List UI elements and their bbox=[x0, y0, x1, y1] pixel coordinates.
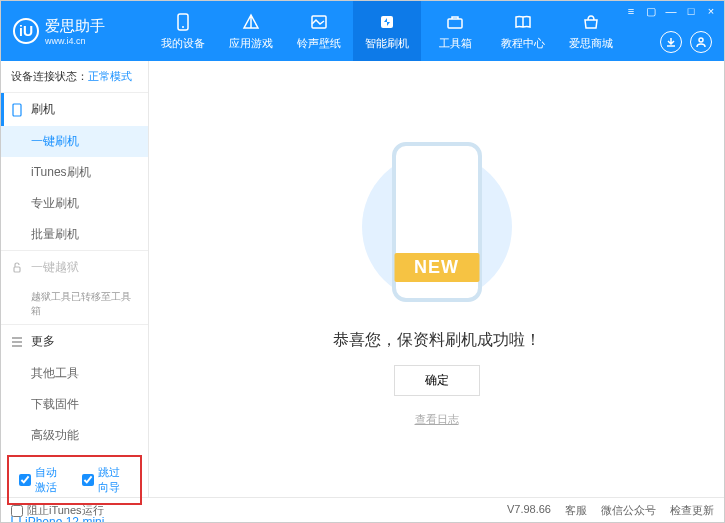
sidebar-item-itunes[interactable]: iTunes刷机 bbox=[1, 157, 148, 188]
store-icon bbox=[581, 12, 601, 32]
nav-store[interactable]: 爱思商城 bbox=[557, 1, 625, 61]
nav-flash[interactable]: 智能刷机 bbox=[353, 1, 421, 61]
nav-tutorials[interactable]: 教程中心 bbox=[489, 1, 557, 61]
sidebar-item-advanced[interactable]: 高级功能 bbox=[1, 420, 148, 451]
version-label: V7.98.66 bbox=[507, 503, 551, 518]
sidebar-item-oneclick[interactable]: 一键刷机 bbox=[1, 126, 148, 157]
sidebar-jailbreak-header[interactable]: 一键越狱 bbox=[1, 251, 148, 284]
phone-icon bbox=[173, 12, 193, 32]
connection-status: 设备连接状态：正常模式 bbox=[1, 61, 148, 92]
block-itunes-checkbox[interactable]: 阻止iTunes运行 bbox=[11, 503, 104, 518]
window-controls: ≡ ▢ — □ × bbox=[624, 5, 718, 18]
svg-rect-3 bbox=[381, 16, 393, 28]
skip-guide-checkbox[interactable]: 跳过向导 bbox=[82, 465, 131, 495]
main-nav: 我的设备 应用游戏 铃声壁纸 智能刷机 工具箱 教程中心 爱思商城 bbox=[149, 1, 625, 61]
logo-area: iU 爱思助手 www.i4.cn bbox=[1, 17, 149, 46]
service-link[interactable]: 客服 bbox=[565, 503, 587, 518]
maximize-icon[interactable]: □ bbox=[684, 5, 698, 18]
wallpaper-icon bbox=[309, 12, 329, 32]
svg-rect-6 bbox=[13, 104, 21, 116]
minimize-icon[interactable]: — bbox=[664, 5, 678, 18]
nav-my-device[interactable]: 我的设备 bbox=[149, 1, 217, 61]
options-row: 自动激活 跳过向导 bbox=[7, 455, 142, 505]
download-button[interactable] bbox=[660, 31, 682, 53]
sidebar-jailbreak-note: 越狱工具已转移至工具箱 bbox=[1, 284, 148, 324]
phone-small-icon bbox=[11, 103, 25, 117]
svg-point-5 bbox=[699, 38, 703, 42]
success-illustration: NEW bbox=[367, 132, 507, 312]
sidebar-more-header[interactable]: 更多 bbox=[1, 325, 148, 358]
sidebar-item-other[interactable]: 其他工具 bbox=[1, 358, 148, 389]
success-message: 恭喜您，保资料刷机成功啦！ bbox=[333, 330, 541, 351]
wechat-link[interactable]: 微信公众号 bbox=[601, 503, 656, 518]
book-icon bbox=[513, 12, 533, 32]
nav-apps[interactable]: 应用游戏 bbox=[217, 1, 285, 61]
update-link[interactable]: 检查更新 bbox=[670, 503, 714, 518]
sidebar-flash-header[interactable]: 刷机 bbox=[1, 93, 148, 126]
flash-icon bbox=[377, 12, 397, 32]
confirm-button[interactable]: 确定 bbox=[394, 365, 480, 396]
svg-point-1 bbox=[182, 26, 184, 28]
svg-rect-4 bbox=[448, 19, 462, 28]
header-actions bbox=[660, 31, 712, 53]
main-content: NEW 恭喜您，保资料刷机成功啦！ 确定 查看日志 bbox=[149, 61, 724, 497]
sidebar-item-pro[interactable]: 专业刷机 bbox=[1, 188, 148, 219]
lock-icon bbox=[11, 262, 25, 274]
view-log-link[interactable]: 查看日志 bbox=[415, 412, 459, 427]
app-url: www.i4.cn bbox=[45, 36, 105, 46]
close-icon[interactable]: × bbox=[704, 5, 718, 18]
content-body: 设备连接状态：正常模式 刷机 一键刷机 iTunes刷机 专业刷机 批量刷机 一… bbox=[1, 61, 724, 497]
list-icon bbox=[11, 337, 25, 347]
auto-activate-checkbox[interactable]: 自动激活 bbox=[19, 465, 68, 495]
sidebar-item-download[interactable]: 下载固件 bbox=[1, 389, 148, 420]
menu-icon[interactable]: ≡ bbox=[624, 5, 638, 18]
logo-icon: iU bbox=[13, 18, 39, 44]
svg-rect-7 bbox=[14, 267, 20, 272]
app-name: 爱思助手 bbox=[45, 17, 105, 36]
sidebar-item-batch[interactable]: 批量刷机 bbox=[1, 219, 148, 250]
nav-toolbox[interactable]: 工具箱 bbox=[421, 1, 489, 61]
nav-ringtones[interactable]: 铃声壁纸 bbox=[285, 1, 353, 61]
user-button[interactable] bbox=[690, 31, 712, 53]
toolbox-icon bbox=[445, 12, 465, 32]
sidebar: 设备连接状态：正常模式 刷机 一键刷机 iTunes刷机 专业刷机 批量刷机 一… bbox=[1, 61, 149, 497]
apps-icon bbox=[241, 12, 261, 32]
app-header: iU 爱思助手 www.i4.cn 我的设备 应用游戏 铃声壁纸 智能刷机 工具… bbox=[1, 1, 724, 61]
new-badge: NEW bbox=[394, 253, 479, 282]
pin-icon[interactable]: ▢ bbox=[644, 5, 658, 18]
